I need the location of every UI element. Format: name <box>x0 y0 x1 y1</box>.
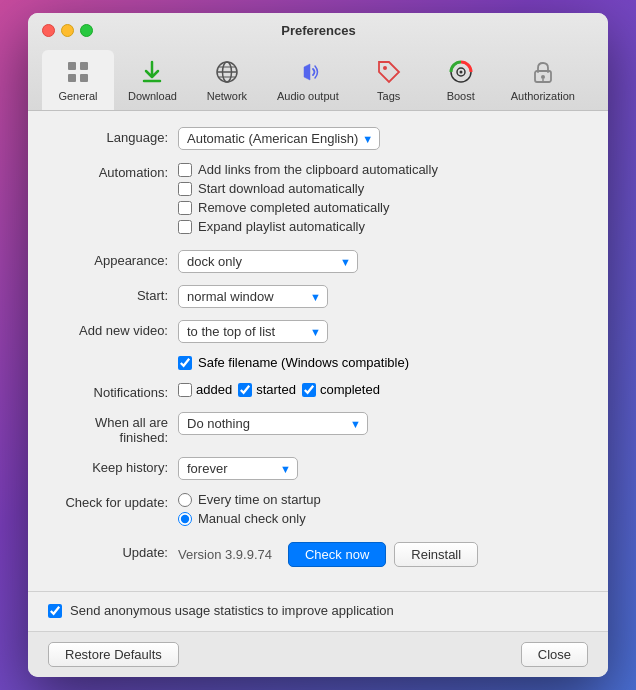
safe-filename-row: Safe filename (Windows compatible) <box>48 355 588 370</box>
download-icon <box>136 56 168 88</box>
restore-defaults-button[interactable]: Restore Defaults <box>48 642 179 667</box>
remove-completed-checkbox[interactable] <box>178 201 192 215</box>
automation-row: Automation: Add links from the clipboard… <box>48 162 588 238</box>
general-icon <box>62 56 94 88</box>
automation-item-2: Remove completed automatically <box>178 200 588 215</box>
automation-label: Automation: <box>48 162 178 180</box>
language-value: Automatic (American English) <box>187 131 358 146</box>
add-new-video-label: Add new video: <box>48 320 178 338</box>
notif-started-checkbox[interactable] <box>238 383 252 397</box>
safe-filename-checkbox[interactable] <box>178 356 192 370</box>
start-row: Start: normal window ▼ <box>48 285 588 308</box>
close-button[interactable]: Close <box>521 642 588 667</box>
anon-row: Send anonymous usage statistics to impro… <box>28 591 608 630</box>
tab-audio[interactable]: Audio output <box>263 50 353 110</box>
start-label: Start: <box>48 285 178 303</box>
start-download-label: Start download automatically <box>198 181 364 196</box>
add-new-video-row: Add new video: to the top of list ▼ <box>48 320 588 343</box>
appearance-value: dock only <box>187 254 242 269</box>
when-finished-dropdown[interactable]: Do nothing ▼ <box>178 412 368 435</box>
check-update-row: Check for update: Every time on startup … <box>48 492 588 530</box>
tab-download[interactable]: Download <box>114 50 191 110</box>
toolbar: General Download <box>42 46 594 110</box>
keep-history-dropdown[interactable]: forever ▼ <box>178 457 298 480</box>
start-value: normal window <box>187 289 274 304</box>
notif-completed-label: completed <box>320 382 380 397</box>
check-update-control: Every time on startup Manual check only <box>178 492 588 530</box>
appearance-row: Appearance: dock only ▼ <box>48 250 588 273</box>
tab-tags[interactable]: Tags <box>353 50 425 110</box>
when-finished-control: Do nothing ▼ <box>178 412 588 435</box>
tab-tags-label: Tags <box>377 90 400 102</box>
dropdown-arrow-icon: ▼ <box>340 256 351 268</box>
update-control: Version 3.9.9.74 Check now Reinstall <box>178 542 588 567</box>
svg-rect-0 <box>68 62 76 70</box>
language-dropdown[interactable]: Automatic (American English) ▼ <box>178 127 380 150</box>
expand-playlist-checkbox[interactable] <box>178 220 192 234</box>
keep-history-control: forever ▼ <box>178 457 588 480</box>
start-dropdown[interactable]: normal window ▼ <box>178 285 328 308</box>
every-startup-row: Every time on startup <box>178 492 588 507</box>
manual-check-radio[interactable] <box>178 512 192 526</box>
language-control: Automatic (American English) ▼ <box>178 127 588 150</box>
svg-point-10 <box>383 66 387 70</box>
remove-completed-label: Remove completed automatically <box>198 200 389 215</box>
svg-rect-2 <box>68 74 76 82</box>
svg-rect-3 <box>80 74 88 82</box>
add-new-video-dropdown[interactable]: to the top of list ▼ <box>178 320 328 343</box>
tab-general[interactable]: General <box>42 50 114 110</box>
appearance-dropdown[interactable]: dock only ▼ <box>178 250 358 273</box>
tags-icon <box>373 56 405 88</box>
window-title: Preferences <box>43 23 594 38</box>
language-row: Language: Automatic (American English) ▼ <box>48 127 588 150</box>
dropdown-arrow-icon: ▼ <box>362 133 373 145</box>
notif-completed-checkbox[interactable] <box>302 383 316 397</box>
network-icon <box>211 56 243 88</box>
auth-icon <box>527 56 559 88</box>
notifications-items: added started completed <box>178 382 588 397</box>
notif-started-label: started <box>256 382 296 397</box>
tab-authorization[interactable]: Authorization <box>497 50 589 110</box>
start-download-checkbox[interactable] <box>178 182 192 196</box>
dropdown-arrow-icon: ▼ <box>310 291 321 303</box>
add-links-label: Add links from the clipboard automatical… <box>198 162 438 177</box>
safe-filename-label: Safe filename (Windows compatible) <box>198 355 409 370</box>
every-startup-label: Every time on startup <box>198 492 321 507</box>
footer: Restore Defaults Close <box>28 631 608 677</box>
notif-added-checkbox[interactable] <box>178 383 192 397</box>
expand-playlist-label: Expand playlist automatically <box>198 219 365 234</box>
notifications-label: Notifications: <box>48 382 178 400</box>
anon-label: Send anonymous usage statistics to impro… <box>70 602 394 620</box>
notifications-row: Notifications: added started completed <box>48 382 588 400</box>
language-label: Language: <box>48 127 178 145</box>
svg-rect-1 <box>80 62 88 70</box>
titlebar: Preferences General <box>28 13 608 111</box>
tab-audio-label: Audio output <box>277 90 339 102</box>
automation-control: Add links from the clipboard automatical… <box>178 162 588 238</box>
tab-network[interactable]: Network <box>191 50 263 110</box>
keep-history-label: Keep history: <box>48 457 178 475</box>
preferences-window: Preferences General <box>28 13 608 676</box>
update-label: Update: <box>48 542 178 560</box>
anon-checkbox[interactable] <box>48 604 62 618</box>
add-links-checkbox[interactable] <box>178 163 192 177</box>
appearance-label: Appearance: <box>48 250 178 268</box>
boost-icon <box>445 56 477 88</box>
every-startup-radio[interactable] <box>178 493 192 507</box>
svg-point-13 <box>459 71 462 74</box>
preferences-content: Language: Automatic (American English) ▼… <box>28 111 608 591</box>
keep-history-row: Keep history: forever ▼ <box>48 457 588 480</box>
when-finished-label: When all are finished: <box>48 412 178 445</box>
manual-check-row: Manual check only <box>178 511 588 526</box>
automation-item-1: Start download automatically <box>178 181 588 196</box>
automation-item-3: Expand playlist automatically <box>178 219 588 234</box>
reinstall-button[interactable]: Reinstall <box>394 542 478 567</box>
dropdown-arrow-icon: ▼ <box>280 463 291 475</box>
notifications-control: added started completed <box>178 382 588 397</box>
notif-added: added <box>178 382 232 397</box>
dropdown-arrow-icon: ▼ <box>350 418 361 430</box>
check-now-button[interactable]: Check now <box>288 542 386 567</box>
notif-added-label: added <box>196 382 232 397</box>
tab-boost[interactable]: Boost <box>425 50 497 110</box>
dropdown-arrow-icon: ▼ <box>310 326 321 338</box>
